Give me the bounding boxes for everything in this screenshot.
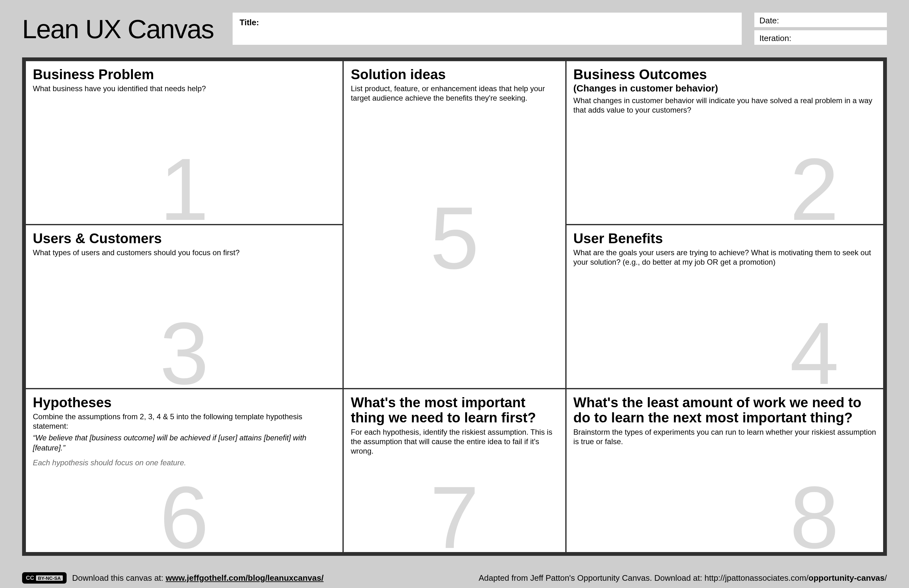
box-title: User Benefits [574, 231, 876, 246]
box-help: What business have you identified that n… [33, 84, 335, 94]
page-title: Lean UX Canvas [22, 13, 233, 44]
header-fields: Title: Date: Iteration: [233, 13, 887, 45]
field-date[interactable]: Date: [754, 13, 887, 27]
footer-download-text: Download this canvas at: www.jeffgothelf… [72, 573, 324, 583]
field-right-stack: Date: Iteration: [754, 13, 887, 45]
box-number: 4 [790, 309, 839, 389]
lean-ux-canvas-page: Lean UX Canvas Title: Date: Iteration: B… [0, 0, 909, 588]
box-title: Users & Customers [33, 231, 335, 246]
footer-right-link-bold[interactable]: opportunity-canvas [809, 573, 885, 583]
box-help: For each hypothesis, identify the riskie… [351, 427, 558, 456]
box-help: What changes in customer behavior will i… [574, 96, 876, 115]
footer-left: CC BY-NC-SA Download this canvas at: www… [22, 572, 323, 583]
box-title: Business Problem [33, 67, 335, 82]
field-date-label: Date: [759, 16, 779, 25]
box-number: 6 [160, 473, 209, 552]
header: Lean UX Canvas Title: Date: Iteration: [0, 0, 909, 57]
box-business-outcomes[interactable]: Business Outcomes (Changes in customer b… [566, 61, 884, 225]
field-iteration[interactable]: Iteration: [754, 30, 887, 45]
footer-left-link[interactable]: www.jeffgothelf.com/blog/leanuxcanvas/ [166, 573, 323, 583]
box-title: What's the least amount of work we need … [574, 395, 876, 426]
footer-right: Adapted from Jeff Patton's Opportunity C… [479, 573, 887, 583]
box-help-italic: “We believe that [business outcome] will… [33, 433, 335, 452]
box-solution-ideas[interactable]: Solution ideas List product, feature, or… [343, 61, 566, 389]
box-user-benefits[interactable]: User Benefits What are the goals your us… [566, 225, 884, 389]
box-least-work[interactable]: What's the least amount of work we need … [566, 389, 884, 552]
box-number: 5 [430, 194, 479, 282]
footer-right-link-base[interactable]: http://jpattonassociates.com/ [704, 573, 809, 583]
field-iteration-label: Iteration: [759, 34, 791, 43]
footer-left-prefix: Download this canvas at: [72, 573, 166, 583]
box-number: 1 [160, 145, 209, 225]
cc-label: CC [26, 575, 34, 582]
box-title: What's the most important thing we need … [351, 395, 558, 426]
field-title-label: Title: [239, 18, 259, 27]
box-help: What are the goals your users are trying… [574, 248, 876, 267]
box-help: Brainstorm the types of experiments you … [574, 427, 876, 446]
box-number: 8 [790, 473, 839, 552]
footer: CC BY-NC-SA Download this canvas at: www… [22, 572, 887, 583]
box-users-customers[interactable]: Users & Customers What types of users an… [25, 225, 343, 389]
box-help: Combine the assumptions from 2, 3, 4 & 5… [33, 412, 335, 431]
box-help-note: Each hypothesis should focus on one feat… [33, 458, 335, 467]
box-number: 3 [160, 309, 209, 389]
canvas-grid: Business Problem What business have you … [22, 57, 887, 556]
cc-license-icon: CC BY-NC-SA [22, 572, 66, 583]
box-help: What types of users and customers should… [33, 248, 335, 257]
box-hypotheses[interactable]: Hypotheses Combine the assumptions from … [25, 389, 343, 552]
box-number: 7 [430, 473, 479, 552]
box-number: 2 [790, 145, 839, 225]
footer-right-slash: / [885, 573, 887, 583]
box-title: Hypotheses [33, 395, 335, 410]
box-subtitle: (Changes in customer behavior) [574, 82, 876, 94]
cc-terms: BY-NC-SA [36, 575, 63, 581]
box-title: Business Outcomes [574, 67, 876, 82]
box-title: Solution ideas [351, 67, 558, 82]
footer-right-prefix: Adapted from Jeff Patton's Opportunity C… [479, 573, 704, 583]
box-help: List product, feature, or enhancement id… [351, 84, 558, 103]
box-business-problem[interactable]: Business Problem What business have you … [25, 61, 343, 225]
box-learn-first[interactable]: What's the most important thing we need … [343, 389, 566, 552]
field-title[interactable]: Title: [233, 13, 742, 45]
